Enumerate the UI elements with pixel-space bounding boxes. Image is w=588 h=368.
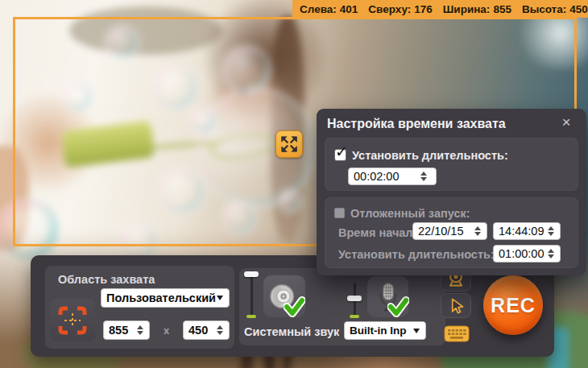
keyboard-icon[interactable]	[444, 324, 470, 343]
start-time-input[interactable]: 14:44:09	[493, 222, 561, 240]
area-height-value: 450	[188, 324, 208, 337]
area-width-input[interactable]: 855	[103, 320, 150, 340]
mic-device-value: Built-in Inp	[350, 325, 406, 337]
start-date-value: 22/10/15	[418, 225, 463, 238]
delayed-start-group: Отложенный запуск: Время начала 22/10/15…	[325, 197, 578, 268]
set-duration-checkbox[interactable]: ✓	[334, 149, 346, 161]
expand-icon	[279, 134, 300, 155]
capture-area-title: Область захвата	[58, 273, 155, 286]
record-button-label: REC	[491, 294, 536, 317]
check-icon	[387, 296, 409, 317]
coord-top-value: 176	[414, 3, 433, 15]
duration-group: ✓ Установить длительность: 00:02:00	[325, 138, 578, 191]
area-height-input[interactable]: 450	[183, 320, 230, 340]
coord-top-label: Сверху:	[368, 3, 411, 15]
coordinates-bar: Слева:401 Сверху:176 Ширина:855 Высота:4…	[292, 0, 588, 18]
checkmark-icon: ✓	[335, 143, 348, 161]
stepper-icon[interactable]	[474, 226, 481, 236]
screen-capture-app: Слева:401 Сверху:176 Ширина:855 Высота:4…	[0, 0, 588, 368]
area-preset-value: Пользовательский	[106, 292, 216, 304]
check-icon	[284, 296, 305, 317]
delayed-duration-input[interactable]: 01:00:00	[493, 245, 561, 263]
duration-input[interactable]: 00:02:00	[348, 167, 437, 185]
select-area-button[interactable]	[50, 299, 95, 341]
cursor-icon	[446, 296, 466, 316]
system-volume-level	[246, 315, 256, 318]
stepper-icon[interactable]	[217, 325, 223, 335]
coord-height-label: Высота:	[522, 3, 566, 15]
close-icon[interactable]: ×	[557, 114, 575, 131]
delayed-start-label: Отложенный запуск:	[350, 207, 470, 220]
capture-time-dialog: Настройка времени захвата × ✓ Установить…	[317, 109, 586, 275]
coord-left-label: Слева:	[300, 3, 337, 15]
system-volume-slider[interactable]	[251, 271, 253, 317]
stepper-icon[interactable]	[137, 325, 143, 335]
delayed-duration-value: 01:00:00	[499, 247, 544, 260]
system-volume-handle[interactable]	[244, 271, 259, 277]
stepper-icon[interactable]	[548, 226, 554, 236]
expand-handle-button[interactable]	[275, 130, 303, 158]
stepper-icon[interactable]	[548, 249, 554, 258]
set-duration-label: Установить длительность:	[352, 149, 508, 162]
mic-volume-level	[350, 315, 359, 318]
mic-volume-handle[interactable]	[347, 296, 362, 301]
dimension-separator: x	[164, 325, 169, 337]
delayed-duration-label: Установить длительность:	[338, 248, 495, 261]
coord-height-value: 450	[569, 3, 588, 15]
coord-width-value: 855	[493, 3, 511, 15]
coord-width-label: Ширина:	[443, 3, 491, 15]
mic-device-select[interactable]: Built-in Inp	[344, 321, 426, 340]
cursor-effects-button[interactable]	[441, 293, 471, 318]
system-sound-label: Системный звук	[244, 325, 339, 338]
delayed-start-checkbox[interactable]	[334, 208, 345, 218]
crosshair-icon	[58, 305, 87, 336]
coord-left-value: 401	[340, 3, 358, 15]
start-time-value: 14:44:09	[499, 225, 544, 238]
chevron-down-icon	[217, 296, 223, 300]
dialog-title: Настройка времени захвата	[327, 117, 506, 131]
duration-value: 00:02:00	[354, 170, 399, 183]
start-date-input[interactable]: 22/10/15	[412, 222, 487, 240]
start-time-label: Время начала	[338, 226, 420, 239]
record-button[interactable]: REC	[483, 275, 543, 335]
area-preset-select[interactable]: Пользовательский	[101, 288, 230, 308]
area-width-value: 855	[109, 324, 128, 337]
chevron-down-icon	[413, 329, 420, 333]
stepper-icon[interactable]	[420, 172, 427, 181]
